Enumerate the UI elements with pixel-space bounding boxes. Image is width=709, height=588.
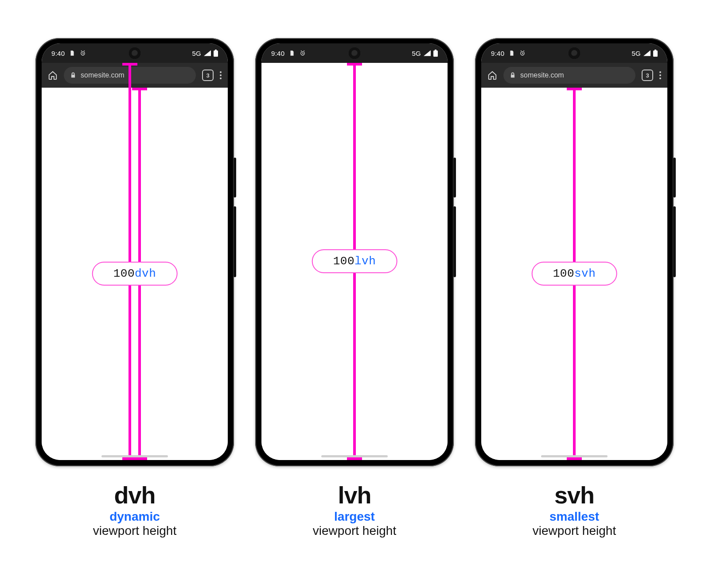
status-time: 9:40 xyxy=(271,50,284,57)
overflow-menu-icon[interactable] xyxy=(659,71,661,79)
browser-toolbar: somesite.com 3 xyxy=(42,63,228,88)
gesture-bar xyxy=(321,455,388,457)
volume-button xyxy=(453,206,456,277)
pill-unit: lvh xyxy=(354,255,376,268)
svg-rect-1 xyxy=(215,50,217,50)
page-content: 100svh xyxy=(481,88,667,460)
status-time: 9:40 xyxy=(491,50,504,57)
phone-screen: 9:40 5G xyxy=(42,43,228,460)
network-label: 5G xyxy=(631,50,641,57)
battery-icon xyxy=(214,50,218,57)
pill-value: 100 xyxy=(553,267,574,280)
pill-unit: dvh xyxy=(135,267,156,280)
overflow-menu-icon[interactable] xyxy=(220,71,222,79)
gesture-bar xyxy=(541,455,608,457)
network-label: 5G xyxy=(412,50,421,57)
svg-rect-2 xyxy=(214,50,218,57)
caption-title: dvh xyxy=(93,481,176,509)
phone-screen: 9:40 5G xyxy=(261,43,448,460)
sim-icon xyxy=(289,50,295,56)
tab-count[interactable]: 3 xyxy=(642,70,653,81)
battery-icon xyxy=(653,50,658,57)
alarm-icon xyxy=(519,50,526,56)
address-bar[interactable]: somesite.com xyxy=(503,67,635,84)
volume-button xyxy=(673,206,676,277)
signal-icon xyxy=(643,50,651,56)
caption-keyword: largest xyxy=(334,510,375,523)
size-pill: 100svh xyxy=(532,262,617,286)
battery-icon xyxy=(433,50,438,57)
sim-icon xyxy=(509,50,515,56)
volume-button xyxy=(234,206,236,277)
caption-rest: viewport height xyxy=(313,524,396,538)
caption-keyword: dynamic xyxy=(109,510,160,523)
svg-rect-8 xyxy=(653,50,658,57)
caption-rest: viewport height xyxy=(93,524,176,538)
power-button xyxy=(673,158,676,197)
home-icon[interactable] xyxy=(487,70,497,80)
phone-mockup: 9:40 5G xyxy=(255,38,454,466)
lock-icon xyxy=(510,72,516,78)
sim-icon xyxy=(69,50,75,56)
svg-rect-7 xyxy=(654,50,656,50)
size-pill: 100lvh xyxy=(312,249,397,273)
caption-title: svh xyxy=(533,481,616,509)
col-svh: 9:40 5G xyxy=(475,38,674,538)
col-lvh: 9:40 5G xyxy=(255,38,454,538)
col-dvh: 9:40 5G xyxy=(35,38,234,538)
lock-icon xyxy=(70,72,76,78)
browser-toolbar: somesite.com 3 xyxy=(481,63,667,88)
tab-count[interactable]: 3 xyxy=(202,70,214,81)
size-pill: 100dvh xyxy=(92,262,178,286)
page-content: 100lvh xyxy=(261,63,448,460)
network-label: 5G xyxy=(192,50,201,57)
caption: lvh largest viewport height xyxy=(313,481,396,538)
camera-hole xyxy=(569,47,580,59)
camera-hole xyxy=(349,47,360,59)
signal-icon xyxy=(204,50,211,56)
phone-mockup: 9:40 5G xyxy=(475,38,674,466)
svg-rect-5 xyxy=(433,50,438,57)
status-time: 9:40 xyxy=(51,50,65,57)
svg-rect-4 xyxy=(435,50,436,50)
power-button xyxy=(234,158,236,197)
caption-title: lvh xyxy=(313,481,396,509)
diagram-row: 9:40 5G xyxy=(35,38,674,538)
home-icon[interactable] xyxy=(48,70,58,80)
gesture-bar xyxy=(101,455,168,457)
phone-mockup: 9:40 5G xyxy=(35,38,234,466)
signal-icon xyxy=(424,50,431,56)
caption: svh smallest viewport height xyxy=(533,481,616,538)
url-text: somesite.com xyxy=(81,71,125,79)
alarm-icon xyxy=(300,50,306,56)
caption-keyword: smallest xyxy=(549,510,599,523)
url-text: somesite.com xyxy=(520,71,564,79)
power-button xyxy=(453,158,456,197)
pill-value: 100 xyxy=(113,267,135,280)
camera-hole xyxy=(129,47,140,59)
alarm-icon xyxy=(80,50,86,56)
caption: dvh dynamic viewport height xyxy=(93,481,176,538)
page-content: 100dvh xyxy=(42,88,228,460)
pill-value: 100 xyxy=(333,255,354,268)
phone-screen: 9:40 5G xyxy=(481,43,667,460)
caption-rest: viewport height xyxy=(533,524,616,538)
pill-unit: svh xyxy=(574,267,596,280)
